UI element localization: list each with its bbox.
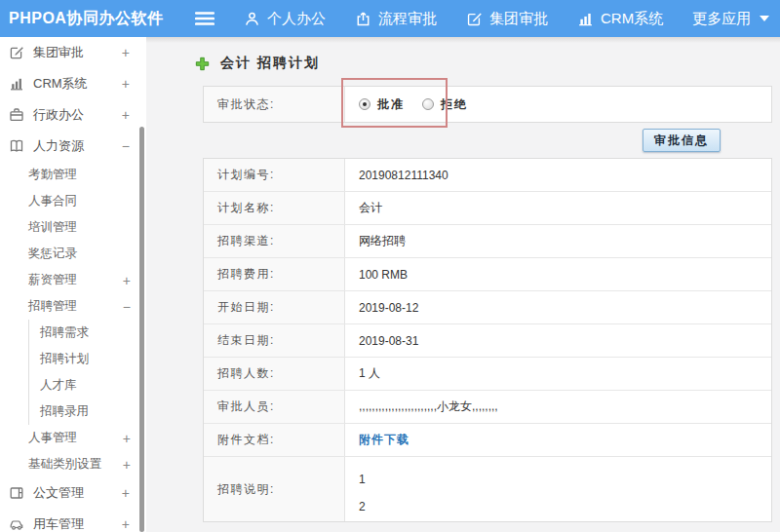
add-icon (195, 57, 210, 71)
table-row-recruit-count: 招聘人数:1 人 (204, 358, 771, 391)
table-row-attachment: 附件文档:附件下载 (204, 424, 771, 457)
approval-status-row: 审批状态: 批准拒绝 (204, 87, 771, 122)
nav-item-label: CRM系统 (601, 10, 663, 28)
table-row-plan-name: 计划名称:会计 (204, 192, 771, 225)
sidebar-item-attendance-mgmt[interactable]: 考勤管理 (0, 162, 146, 188)
nav-item-label: 流程审批 (378, 10, 437, 28)
radio-unchecked-icon[interactable] (422, 98, 434, 110)
field-label: 招聘渠道: (204, 225, 345, 257)
table-row-recruit-cost: 招聘费用:100 RMB (204, 258, 771, 291)
expand-plus-icon[interactable]: + (122, 486, 130, 500)
field-value: 2019-08-12 (359, 301, 418, 315)
nav-item-group-approval[interactable]: 集团审批 (466, 10, 548, 28)
field-value: 网络招聘 (359, 233, 406, 249)
field-label: 计划编号: (204, 159, 345, 191)
sidebar-item-personnel-mgmt[interactable]: 人事管理+ (0, 425, 146, 451)
field-label: 审批人员: (204, 391, 345, 423)
sidebar-item-document-mgmt[interactable]: 公文管理+ (0, 477, 146, 509)
sidebar-item-label: 人事合同 (28, 193, 77, 209)
nav-item-label: 更多应用 (692, 10, 751, 28)
expand-plus-icon[interactable]: + (122, 108, 130, 122)
collapse-minus-icon[interactable]: − (123, 300, 131, 314)
sidebar-scrollbar-thumb[interactable] (139, 127, 144, 532)
field-value: 会计 (359, 200, 382, 216)
value-line: 2 (359, 493, 366, 520)
sidebar-item-label: 人才库 (40, 377, 77, 394)
approval-status-label: 审批状态: (204, 87, 345, 122)
value-lines: 12 (359, 466, 366, 520)
edit-icon (9, 45, 24, 60)
nav-item-process-approval[interactable]: 流程审批 (355, 10, 437, 28)
sidebar-item-training-mgmt[interactable]: 培训管理 (0, 214, 146, 241)
expand-plus-icon[interactable]: + (122, 46, 130, 59)
button-row: 审批信息 (203, 123, 772, 158)
table-row-start-date: 开始日期:2019-08-12 (204, 291, 771, 324)
edit-icon (466, 11, 483, 27)
sidebar-item-label: 人力资源 (33, 137, 84, 155)
field-label: 开始日期: (204, 291, 345, 323)
app-logo[interactable]: PHPOA协同办公软件 (0, 9, 187, 29)
sidebar-item-label: 用车管理 (33, 515, 84, 532)
car-icon (9, 516, 24, 532)
sidebar-item-base-category[interactable]: 基础类别设置+ (0, 451, 146, 477)
field-value: ,,,,,,,,,,,,,,,,,,,,,,,,小龙女,,,,,,,, (359, 399, 498, 415)
expand-plus-icon[interactable]: + (122, 517, 130, 531)
radio-checked-icon[interactable] (359, 98, 370, 110)
radio-label: 拒绝 (441, 96, 468, 113)
table-row-end-date: 结束日期:2019-08-31 (204, 324, 771, 358)
page-title-row: 会计 招聘计划 (195, 53, 780, 74)
attachment-download-link[interactable]: 附件下载 (359, 432, 410, 448)
sidebar-item-reward-records[interactable]: 奖惩记录 (0, 241, 146, 267)
radio-option-approve[interactable]: 批准 (359, 96, 405, 113)
field-value: 20190812111340 (359, 169, 448, 182)
approval-form: 审批状态: 批准拒绝 审批信息 计划编号:20190812111340计划名称:… (203, 86, 772, 522)
expand-plus-icon[interactable]: + (122, 77, 130, 91)
nav-item-label: 集团审批 (489, 10, 548, 28)
sidebar-item-crm-system[interactable]: CRM系统+ (0, 68, 146, 99)
sidebar-item-label: 奖惩记录 (28, 246, 77, 262)
menu-icon[interactable] (195, 11, 214, 26)
collapse-minus-icon[interactable]: − (122, 139, 130, 153)
sidebar-item-hr-contract[interactable]: 人事合同 (0, 188, 146, 214)
field-value: 2019-08-31 (359, 334, 418, 348)
field-label: 招聘费用: (204, 258, 345, 290)
nav-item-more-apps[interactable]: 更多应用 (692, 10, 769, 28)
table-row-recruit-note: 招聘说明:12 (204, 457, 771, 521)
book-icon (9, 138, 24, 154)
sidebar-item-label: 基础类别设置 (28, 456, 101, 473)
sidebar-item-label: 公文管理 (33, 484, 84, 502)
sidebar-item-recruit-demand[interactable]: 招聘需求 (28, 320, 146, 346)
sidebar-item-recruit-mgmt[interactable]: 招聘管理− (0, 293, 146, 320)
field-value: 100 RMB (359, 268, 408, 282)
sidebar-item-recruit-plan[interactable]: 招聘计划 (28, 346, 146, 372)
main-content: 会计 招聘计划 审批状态: 批准拒绝 审批信息 计划编号:20190812111… (146, 37, 780, 532)
sidebar-menu: 集团审批+CRM系统+行政办公+人力资源−考勤管理人事合同培训管理奖惩记录薪资管… (0, 37, 146, 532)
sidebar-item-label: 招聘需求 (40, 324, 89, 341)
sidebar-item-human-resources[interactable]: 人力资源− (0, 131, 146, 162)
sidebar-item-recruit-hire[interactable]: 招聘录用 (28, 399, 146, 425)
sidebar: 集团审批+CRM系统+行政办公+人力资源−考勤管理人事合同培训管理奖惩记录薪资管… (0, 37, 146, 532)
field-label: 结束日期: (204, 324, 345, 357)
expand-plus-icon[interactable]: + (123, 458, 131, 472)
topbar-shadow (146, 37, 780, 43)
table-row-recruit-channel: 招聘渠道:网络招聘 (204, 225, 771, 258)
radio-option-reject[interactable]: 拒绝 (422, 96, 468, 113)
sidebar-item-label: 行政办公 (33, 106, 84, 124)
doc-icon (9, 485, 24, 501)
sidebar-item-admin-office[interactable]: 行政办公+ (0, 99, 146, 131)
sidebar-item-label: 薪资管理 (28, 272, 77, 288)
sidebar-item-vehicle-mgmt[interactable]: 用车管理+ (0, 509, 146, 532)
approval-info-button[interactable]: 审批信息 (643, 129, 721, 152)
sidebar-item-label: 人事管理 (28, 430, 77, 446)
sidebar-item-salary-mgmt[interactable]: 薪资管理+ (0, 267, 146, 293)
expand-plus-icon[interactable]: + (123, 274, 131, 287)
field-label: 附件文档: (204, 424, 345, 456)
sidebar-item-talent-pool[interactable]: 人才库 (28, 372, 146, 399)
nav-item-label: 个人办公 (267, 10, 326, 28)
page-title: 会计 招聘计划 (220, 55, 320, 72)
value-line: 1 (359, 466, 366, 493)
nav-item-crm-system[interactable]: CRM系统 (577, 10, 663, 28)
nav-item-personal-office[interactable]: 个人办公 (244, 10, 326, 28)
expand-plus-icon[interactable]: + (123, 432, 131, 445)
sidebar-item-group-approval[interactable]: 集团审批+ (0, 37, 146, 68)
